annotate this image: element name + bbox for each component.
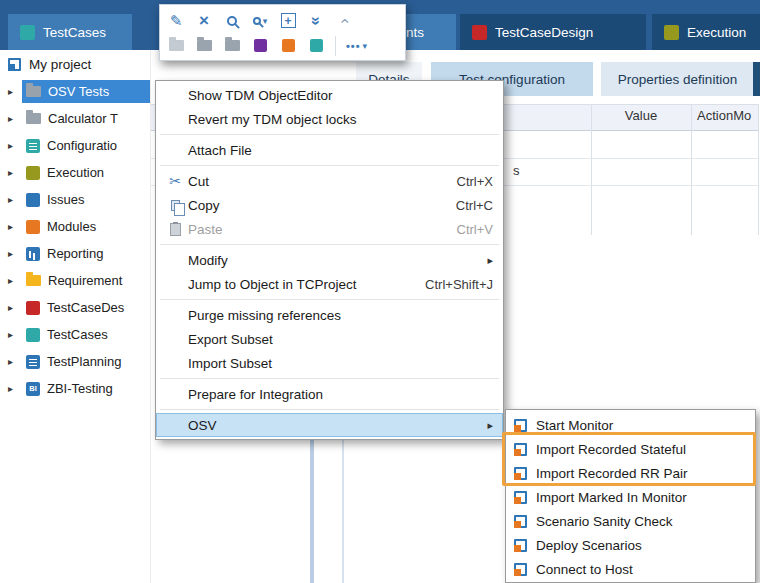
- menu-item-modify[interactable]: Modify▸: [156, 248, 503, 272]
- menu-item-jump-to-object[interactable]: Jump to Object in TCProjectCtrl+Shift+J: [156, 272, 503, 296]
- tree-item-label: TestCases: [47, 327, 108, 342]
- orange-category-button[interactable]: [279, 36, 297, 56]
- collapse-all-button[interactable]: »: [307, 11, 325, 31]
- tree-item-reporting[interactable]: ▸ Reporting: [0, 240, 150, 267]
- menu-item-purge-missing-references[interactable]: Purge missing references: [156, 303, 503, 327]
- expander-icon[interactable]: ▸: [8, 113, 22, 124]
- menu-item-label: Import Subset: [188, 356, 272, 371]
- menu-item-attach-file[interactable]: Attach File: [156, 138, 503, 162]
- tree-item-calculator[interactable]: ▸ Calculator T: [0, 105, 150, 132]
- bi-icon-label: BI: [26, 382, 40, 396]
- paste-icon: [170, 223, 181, 236]
- submenu-item-import-marked-in-monitor[interactable]: Import Marked In Monitor: [506, 485, 755, 509]
- app-tab-testcasedesign[interactable]: TestCaseDesign: [460, 14, 646, 50]
- expander-icon[interactable]: ▸: [8, 275, 22, 286]
- folder-button[interactable]: [167, 36, 185, 56]
- tab-label: Properties definition: [618, 72, 737, 87]
- expander-icon[interactable]: ▸: [8, 194, 22, 205]
- expander-icon[interactable]: ▸: [8, 383, 22, 394]
- expander-icon[interactable]: ▸: [8, 329, 22, 340]
- tree-item-testplanning[interactable]: ▸ TestPlanning: [0, 348, 150, 375]
- tree-item-label: Issues: [47, 192, 85, 207]
- reporting-chart-icon: [26, 247, 40, 261]
- edit-button[interactable]: ✎: [167, 11, 185, 31]
- folder-tree-button[interactable]: [195, 36, 213, 56]
- tree-item-osv-tests[interactable]: ▸ OSV Tests: [0, 78, 150, 105]
- menu-shortcut: Ctrl+C: [456, 198, 493, 213]
- submenu-item-deploy-scenarios[interactable]: Deploy Scenarios: [506, 533, 755, 557]
- tab-properties-definition[interactable]: Properties definition: [601, 62, 754, 96]
- expander-icon[interactable]: ▸: [8, 167, 22, 178]
- menu-item-osv[interactable]: OSV▸: [156, 413, 503, 437]
- tree-item-label: TestPlanning: [47, 354, 121, 369]
- submenu-item-import-recorded-stateful[interactable]: Import Recorded Stateful: [506, 437, 755, 461]
- tree-item-testcasedesign[interactable]: ▸ TestCaseDes: [0, 294, 150, 321]
- submenu-item-scenario-sanity-check[interactable]: Scenario Sanity Check: [506, 509, 755, 533]
- panel-scrollbar[interactable]: [310, 437, 314, 583]
- add-button[interactable]: +: [279, 11, 297, 31]
- app-tab-label: TestCaseDesign: [495, 25, 593, 40]
- menu-shortcut: Ctrl+Shift+J: [425, 277, 493, 292]
- menu-separator: [160, 299, 499, 300]
- tree-item-execution[interactable]: ▸ Execution: [0, 159, 150, 186]
- tree-item-issues[interactable]: ▸ Issues: [0, 186, 150, 213]
- more-button[interactable]: •••▾: [346, 36, 367, 56]
- tree-item-label: Reporting: [47, 246, 103, 261]
- menu-item-copy[interactable]: CopyCtrl+C: [156, 193, 503, 217]
- menu-separator: [160, 409, 499, 410]
- menu-item-prepare-for-integration[interactable]: Prepare for Integration: [156, 382, 503, 406]
- tree-item-requirements[interactable]: ▸ Requirement: [0, 267, 150, 294]
- tree-item-zbi-testing[interactable]: ▸ BIZBI-Testing: [0, 375, 150, 402]
- menu-shortcut: Ctrl+V: [457, 222, 493, 237]
- menu-item-label: Attach File: [188, 143, 252, 158]
- submenu-item-label: Start Monitor: [536, 418, 613, 433]
- menu-item-import-subset[interactable]: Import Subset: [156, 351, 503, 375]
- purple-category-button[interactable]: [251, 36, 269, 56]
- testcasedesign-icon: [26, 301, 40, 315]
- toolbar-divider: [335, 36, 336, 56]
- expander-icon[interactable]: ▸: [8, 140, 22, 151]
- app-tab-label: nts: [406, 25, 424, 40]
- osv-icon: [514, 491, 527, 504]
- teal-category-button[interactable]: [307, 36, 325, 56]
- tree-root-label: My project: [29, 57, 91, 72]
- folder-icon: [26, 86, 41, 97]
- app-tab-execution[interactable]: Execution: [652, 14, 760, 50]
- submenu-item-connect-to-host[interactable]: Connect to Host: [506, 557, 755, 581]
- menu-item-revert-tdm-locks[interactable]: Revert my TDM object locks: [156, 107, 503, 131]
- zoom-button[interactable]: [223, 11, 241, 31]
- menu-item-export-subset[interactable]: Export Subset: [156, 327, 503, 351]
- testcases-tab-icon: [20, 25, 35, 40]
- tree-item-testcases[interactable]: ▸ TestCases: [0, 321, 150, 348]
- tree-item-modules[interactable]: ▸ Modules: [0, 213, 150, 240]
- app-tab-testcases[interactable]: TestCases: [8, 14, 132, 50]
- expand-up-button[interactable]: ›: [335, 11, 353, 31]
- delete-button[interactable]: ×: [195, 11, 213, 31]
- menu-item-cut[interactable]: ✂CutCtrl+X: [156, 169, 503, 193]
- zoom-options-button[interactable]: ▾: [251, 11, 269, 31]
- tree-item-configuration[interactable]: ▸ Configuratio: [0, 132, 150, 159]
- panel-splitter[interactable]: [342, 437, 344, 583]
- expander-icon[interactable]: ▸: [8, 302, 22, 313]
- tree-root-my-project[interactable]: My project: [0, 50, 150, 78]
- tree-item-label: Configuratio: [47, 138, 117, 153]
- expander-icon[interactable]: ▸: [8, 221, 22, 232]
- submenu-item-import-recorded-rr-pair[interactable]: Import Recorded RR Pair: [506, 461, 755, 485]
- orange-square-icon: [282, 39, 295, 52]
- configuration-icon: [26, 139, 40, 153]
- submenu-item-label: Import Recorded Stateful: [536, 442, 686, 457]
- submenu-item-start-monitor[interactable]: Start Monitor: [506, 413, 755, 437]
- expander-icon[interactable]: ▸: [8, 86, 22, 97]
- copy-icon: [171, 200, 180, 211]
- menu-item-label: Prepare for Integration: [188, 387, 323, 402]
- folder-search-button[interactable]: [223, 36, 241, 56]
- column-divider: [758, 104, 759, 235]
- column-header-value: Value: [591, 108, 691, 123]
- menu-item-show-tdm-objecteditor[interactable]: Show TDM ObjectEditor: [156, 83, 503, 107]
- menu-shortcut: Ctrl+X: [457, 174, 493, 189]
- expander-icon[interactable]: ▸: [8, 248, 22, 259]
- more-icon: •••: [346, 40, 361, 52]
- folder-search-icon: [225, 40, 240, 51]
- expander-icon[interactable]: ▸: [8, 356, 22, 367]
- dropdown-icon: ▾: [263, 16, 268, 26]
